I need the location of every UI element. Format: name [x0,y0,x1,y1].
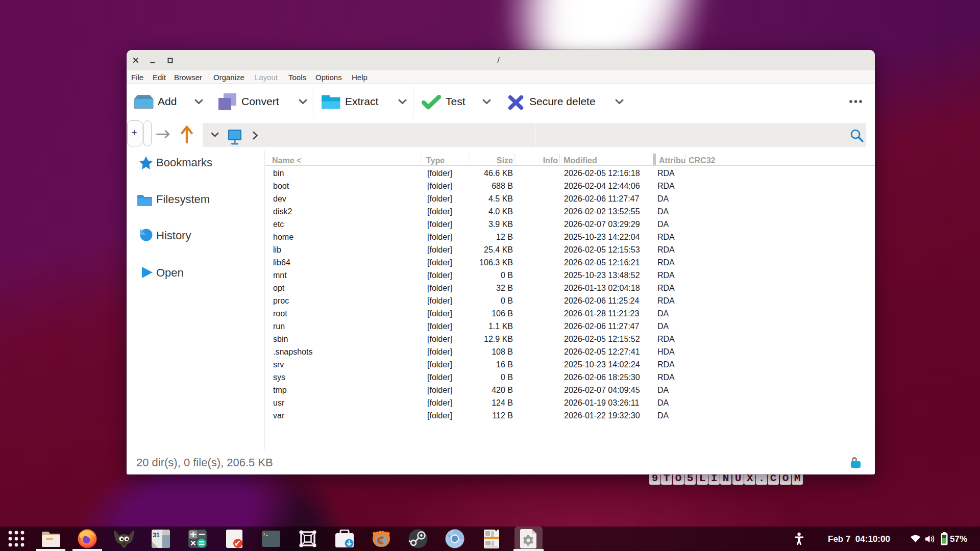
svg-text:31: 31 [153,532,160,539]
